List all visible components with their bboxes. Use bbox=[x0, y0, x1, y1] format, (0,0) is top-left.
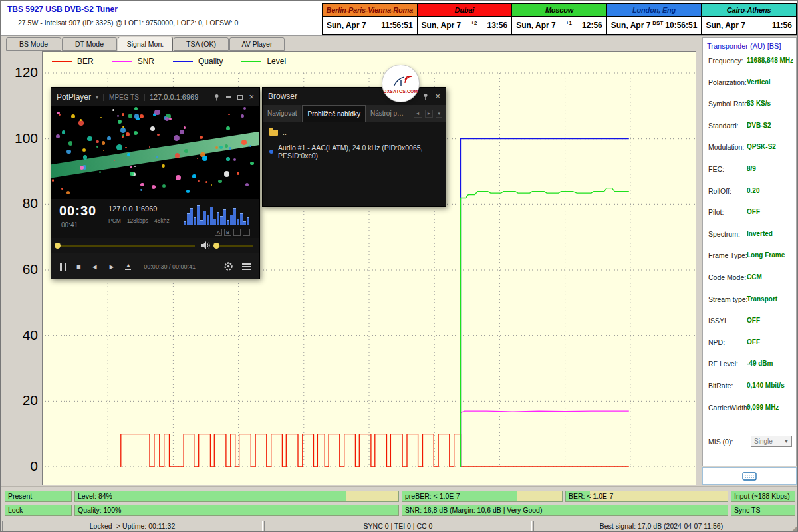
video-dot bbox=[71, 114, 75, 118]
video-dot bbox=[192, 174, 196, 178]
video-dot bbox=[218, 180, 222, 184]
antenna-icon bbox=[389, 74, 413, 88]
param-value: OFF bbox=[747, 317, 760, 324]
video-dot bbox=[68, 141, 72, 145]
param-label: RF Level: bbox=[708, 360, 738, 368]
tab-dt-mode[interactable]: DT Mode bbox=[62, 37, 117, 51]
clock-time-value: 11:56:51 bbox=[381, 21, 412, 30]
chevron-down-icon[interactable]: ▾ bbox=[96, 94, 98, 100]
eject-button[interactable]: ▲ bbox=[125, 263, 131, 270]
video-dot bbox=[165, 117, 169, 121]
param-label: Spectrum: bbox=[708, 230, 740, 238]
seek-bar[interactable] bbox=[58, 245, 195, 247]
spectrum-bar bbox=[237, 219, 239, 225]
status-panels: Present Level: 84% preBER: < 1.0E-7 BER:… bbox=[1, 486, 798, 519]
chevron-down-icon[interactable]: ▾ bbox=[436, 110, 442, 118]
y-axis-tick-label: 40 bbox=[6, 328, 38, 342]
video-dot bbox=[96, 146, 98, 148]
pin-icon[interactable] bbox=[422, 93, 429, 100]
close-icon[interactable]: × bbox=[435, 93, 440, 100]
potplayer-titlebar[interactable]: PotPlayer ▾ MPEG TS 127.0.0.1:6969 × bbox=[51, 88, 259, 106]
video-dot bbox=[140, 114, 144, 118]
volume-slider[interactable] bbox=[217, 245, 253, 247]
video-frame[interactable] bbox=[51, 106, 259, 200]
ab-repeat-chips: A B bbox=[215, 229, 250, 236]
param-label: Polarization: bbox=[708, 78, 747, 86]
video-dot bbox=[83, 155, 88, 160]
video-dot bbox=[117, 115, 119, 117]
stop-button[interactable]: ■ bbox=[76, 263, 81, 271]
video-dot bbox=[103, 150, 104, 151]
marker-b-icon[interactable]: B bbox=[224, 229, 231, 236]
maximize-icon[interactable] bbox=[237, 95, 243, 100]
video-dot bbox=[82, 148, 86, 152]
gear-icon[interactable] bbox=[223, 261, 233, 271]
clock-time-row: Sun, Apr 711:56 bbox=[702, 17, 796, 34]
spectrum-bar bbox=[187, 213, 190, 225]
potplayer-controls: ■ ◄ ► ▲ 00:00:30 / 00:00:41 bbox=[51, 253, 259, 279]
browser-titlebar[interactable]: Browser × bbox=[263, 88, 446, 105]
video-dot bbox=[87, 136, 92, 142]
transponder-param-row: Stream type:Transport bbox=[703, 295, 796, 317]
video-dot bbox=[152, 185, 156, 190]
video-dot bbox=[126, 132, 130, 136]
spectrum-bar bbox=[197, 205, 200, 225]
browser-tab-subtitle-tool[interactable]: Nástroj procházení tit... bbox=[366, 105, 410, 122]
stream-address-label: 127.0.0.1:6969 bbox=[150, 93, 198, 101]
tab-signal-mon-[interactable]: Signal Mon. bbox=[118, 37, 173, 51]
video-dot bbox=[162, 184, 166, 188]
transponder-param-row: Pilot:OFF bbox=[703, 208, 796, 230]
param-value: Vertical bbox=[747, 78, 771, 86]
back-arrow-icon[interactable]: ◄ bbox=[414, 110, 422, 118]
folder-up-row[interactable]: .. bbox=[269, 128, 439, 136]
total-time: 00:41 bbox=[61, 221, 78, 229]
codec-bitrate: 128kbps bbox=[127, 217, 148, 224]
param-value: 83 KS/s bbox=[747, 100, 771, 107]
menu-icon[interactable] bbox=[242, 266, 251, 267]
clock-time-value: 12:56 bbox=[582, 21, 602, 30]
expand-icon[interactable] bbox=[243, 229, 250, 236]
input-badge: Input (~188 Kbps) bbox=[731, 491, 795, 502]
video-dot bbox=[156, 156, 159, 158]
elapsed-time: 00:30 bbox=[59, 203, 96, 219]
tab-tsa-ok-[interactable]: TSA (OK) bbox=[174, 37, 229, 51]
seek-knob[interactable] bbox=[55, 243, 61, 249]
next-button[interactable]: ► bbox=[108, 263, 116, 271]
tab-av-player[interactable]: AV Player bbox=[229, 37, 285, 51]
video-dot bbox=[149, 146, 150, 148]
volume-knob[interactable] bbox=[213, 243, 219, 249]
status-bar: Locked -> Uptime: 00:11:32 SYNC 0 | TEI … bbox=[1, 519, 798, 532]
legend-level: Level bbox=[241, 57, 286, 66]
mis-label: MIS (0): bbox=[708, 438, 733, 446]
pause-button[interactable] bbox=[60, 263, 66, 271]
video-dot bbox=[116, 144, 122, 150]
badge-label: Quality: 100% bbox=[75, 505, 398, 515]
marker-a-icon[interactable]: A bbox=[215, 229, 222, 236]
transponder-sidebar: Transponder (AU) [BS] Frequency:11688,84… bbox=[702, 37, 797, 466]
resize-grip-icon[interactable]: ◢ bbox=[793, 523, 798, 532]
param-value: OFF bbox=[747, 338, 760, 346]
previous-button[interactable]: ◄ bbox=[91, 263, 98, 271]
browser-tab-navigate[interactable]: Navigovat bbox=[263, 105, 302, 122]
forward-arrow-icon[interactable]: ► bbox=[425, 110, 434, 118]
mis-dropdown[interactable]: Single ▼ bbox=[751, 436, 792, 447]
loop-icon[interactable] bbox=[233, 229, 241, 236]
potplayer-app-name: PotPlayer bbox=[57, 92, 91, 102]
speaker-icon[interactable] bbox=[201, 241, 210, 249]
pin-icon[interactable] bbox=[213, 94, 220, 101]
folder-icon bbox=[269, 130, 278, 136]
close-icon[interactable]: × bbox=[249, 94, 254, 100]
video-dot bbox=[202, 156, 207, 161]
tab-bs-mode[interactable]: BS Mode bbox=[6, 37, 61, 51]
spectrum-bar bbox=[220, 216, 223, 225]
browser-tab-menu-browser[interactable]: Prohlížeč nabídky bbox=[302, 105, 366, 122]
series-snr-line bbox=[461, 411, 629, 467]
browser-tab-nav: ◄ ► ▾ bbox=[410, 105, 446, 122]
legend-swatch bbox=[112, 61, 132, 62]
transponder-param-row: Frame Type:Long Frame bbox=[703, 251, 796, 273]
sidebar-bottom-button[interactable] bbox=[702, 467, 797, 485]
video-dot bbox=[245, 183, 249, 186]
app-window: TBS 5927 USB DVB-S2 Tuner 27.5W - Intels… bbox=[0, 0, 798, 532]
audio-track-row[interactable]: Audio #1 - AAC(LATM), 24.0 kHz (PID:0x00… bbox=[269, 144, 439, 160]
minimize-icon[interactable] bbox=[226, 96, 231, 98]
